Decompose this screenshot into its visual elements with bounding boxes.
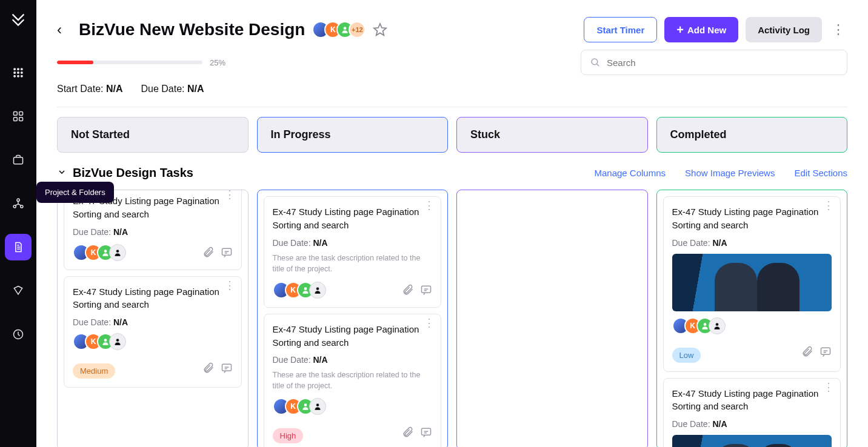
- comment-icon[interactable]: [420, 426, 432, 439]
- svg-point-3: [14, 72, 16, 74]
- svg-point-18: [344, 27, 347, 30]
- attachment-icon[interactable]: [801, 346, 813, 358]
- show-previews-link[interactable]: Show Image Previews: [685, 168, 775, 178]
- priority-tag: Medium: [73, 363, 115, 379]
- svg-rect-11: [14, 118, 18, 121]
- svg-point-4: [18, 72, 19, 74]
- svg-point-24: [116, 339, 119, 342]
- column-stuck[interactable]: Stuck: [456, 117, 648, 153]
- add-new-button[interactable]: +Add New: [664, 17, 738, 42]
- card-menu[interactable]: ⋮: [224, 193, 235, 196]
- edit-sections-link[interactable]: Edit Sections: [794, 168, 847, 178]
- section-title: BizVue Design Tasks: [73, 166, 193, 180]
- svg-point-23: [104, 339, 107, 342]
- svg-point-14: [17, 199, 19, 201]
- svg-point-0: [14, 68, 16, 70]
- priority-tag: High: [273, 428, 304, 443]
- progress-bar: [57, 61, 202, 64]
- plus-icon: +: [676, 23, 684, 37]
- column-in-progress[interactable]: In Progress: [257, 117, 449, 153]
- search-box[interactable]: [581, 50, 847, 75]
- attachment-icon[interactable]: [202, 362, 215, 374]
- svg-point-1: [18, 68, 19, 70]
- comment-icon[interactable]: [820, 346, 832, 358]
- card-thumbnail: [672, 435, 832, 447]
- nav-tooltip: Project & Folders: [36, 182, 114, 203]
- progress-percent: 25%: [210, 58, 225, 67]
- header-menu[interactable]: ⋮: [829, 22, 847, 38]
- svg-point-21: [116, 250, 119, 253]
- back-button[interactable]: ‹: [57, 22, 72, 37]
- priority-tag: Low: [672, 348, 701, 363]
- card-menu[interactable]: ⋮: [823, 204, 834, 207]
- avatar-more-count: +12: [349, 21, 366, 38]
- task-card[interactable]: ⋮ Ex-47 Study Listing page Pagination So…: [264, 196, 442, 308]
- lane-completed: ⋮ Ex-47 Study Listing page Pagination So…: [656, 190, 848, 447]
- task-card[interactable]: ⋮ Ex-47 Study Listing page Pagination So…: [663, 196, 841, 372]
- card-menu[interactable]: ⋮: [224, 284, 235, 287]
- svg-point-7: [18, 76, 19, 78]
- attachment-icon[interactable]: [402, 426, 414, 439]
- card-thumbnail: [672, 254, 832, 311]
- card-menu[interactable]: ⋮: [424, 204, 435, 207]
- svg-point-27: [316, 287, 319, 290]
- svg-rect-12: [19, 118, 23, 121]
- svg-point-5: [21, 72, 23, 74]
- svg-point-33: [715, 323, 718, 326]
- attachment-icon[interactable]: [402, 284, 414, 296]
- svg-point-2: [21, 68, 23, 70]
- star-toggle[interactable]: [373, 22, 387, 37]
- svg-point-29: [304, 403, 307, 406]
- card-menu[interactable]: ⋮: [424, 322, 435, 325]
- activity-log-button[interactable]: Activity Log: [746, 17, 822, 42]
- svg-point-8: [21, 76, 23, 78]
- svg-point-26: [304, 287, 307, 290]
- svg-point-30: [316, 403, 319, 406]
- main-content: ‹ BizVue New Website Design K +12 Start …: [36, 0, 868, 447]
- task-card[interactable]: ⋮ Ex-47 Study Listing page Pagination So…: [264, 314, 442, 447]
- start-timer-button[interactable]: Start Timer: [584, 17, 657, 42]
- comment-icon[interactable]: [420, 284, 432, 296]
- app-logo: [10, 12, 26, 31]
- column-not-started[interactable]: Not Started: [57, 117, 249, 153]
- nav-projects[interactable]: [5, 234, 32, 260]
- svg-point-20: [104, 250, 107, 253]
- svg-rect-10: [19, 112, 23, 116]
- task-card[interactable]: ⋮ Ex-47 Study Listing page Pagination So…: [663, 378, 841, 448]
- manage-columns-link[interactable]: Manage Columns: [594, 168, 666, 178]
- svg-rect-13: [14, 157, 23, 164]
- task-card[interactable]: ⋮ Ex-47 Study Listing page Pagination So…: [64, 276, 242, 388]
- section-collapse-icon[interactable]: [57, 167, 67, 179]
- nav-dashboard[interactable]: [5, 103, 32, 130]
- svg-point-32: [703, 323, 706, 326]
- comment-icon[interactable]: [221, 247, 233, 259]
- nav-awards[interactable]: [5, 277, 32, 304]
- search-icon: [590, 57, 601, 68]
- lane-in-progress: ⋮ Ex-47 Study Listing page Pagination So…: [257, 190, 449, 447]
- project-title: BizVue New Website Design: [79, 20, 305, 39]
- card-menu[interactable]: ⋮: [823, 386, 834, 389]
- column-completed[interactable]: Completed: [656, 117, 848, 153]
- attachment-icon[interactable]: [202, 247, 215, 259]
- nav-work[interactable]: [5, 147, 32, 173]
- nav-apps[interactable]: [5, 59, 32, 86]
- lane-stuck: [456, 190, 648, 447]
- project-avatars[interactable]: K +12: [312, 21, 366, 38]
- project-dates: Start Date: N/A Due Date: N/A: [57, 84, 847, 94]
- search-input[interactable]: [607, 58, 838, 68]
- comment-icon[interactable]: [221, 362, 233, 374]
- svg-point-19: [592, 59, 598, 65]
- svg-rect-9: [14, 112, 18, 116]
- svg-point-6: [14, 76, 16, 78]
- nav-team[interactable]: [5, 190, 32, 217]
- sidebar: Project & Folders: [0, 0, 36, 447]
- lane-not-started: ⋮ Ex-47 Study Listing page Pagination So…: [57, 190, 249, 447]
- nav-recent[interactable]: [5, 321, 32, 348]
